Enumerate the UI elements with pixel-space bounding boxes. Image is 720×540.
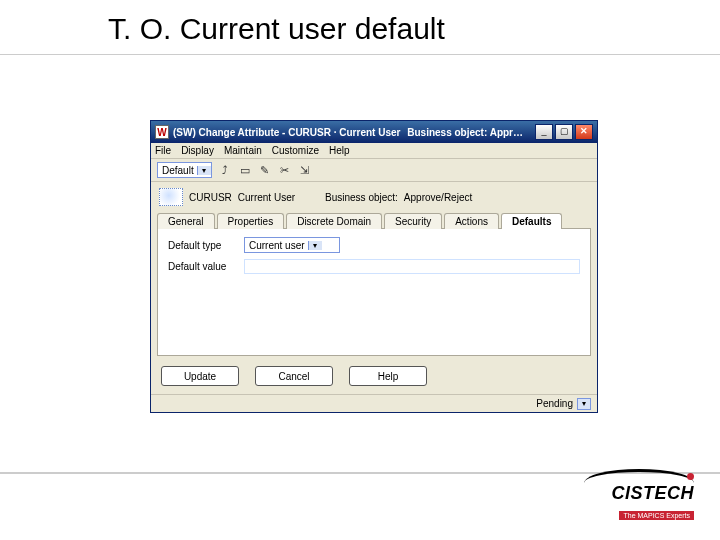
bo-value: Approve/Reject bbox=[404, 192, 472, 203]
view-dropdown[interactable]: Default ▾ bbox=[157, 162, 212, 178]
chevron-down-icon: ▾ bbox=[308, 241, 322, 250]
menu-help[interactable]: Help bbox=[329, 145, 350, 156]
close-button[interactable]: ✕ bbox=[575, 124, 593, 140]
tab-general[interactable]: General bbox=[157, 213, 215, 229]
cut-icon[interactable]: ✂ bbox=[278, 163, 292, 177]
window-title-extra: Business object: Appr… bbox=[407, 127, 523, 138]
tab-properties[interactable]: Properties bbox=[217, 213, 285, 229]
window-icon: W bbox=[155, 125, 169, 139]
tab-security[interactable]: Security bbox=[384, 213, 442, 229]
default-type-label: Default type bbox=[168, 240, 238, 251]
record-info: CURUSR Current User Business object: App… bbox=[151, 182, 597, 212]
status-bar: Pending ▾ bbox=[151, 394, 597, 412]
tab-discrete-domain[interactable]: Discrete Domain bbox=[286, 213, 382, 229]
attr-code: CURUSR bbox=[189, 192, 232, 203]
minimize-button[interactable]: _ bbox=[535, 124, 553, 140]
attribute-icon bbox=[159, 188, 183, 206]
toolbar: Default ▾ ⤴ ▭ ✎ ✂ ⇲ bbox=[151, 159, 597, 182]
app-window: W (SW) Change Attribute - CURUSR · Curre… bbox=[150, 120, 598, 413]
tab-defaults[interactable]: Defaults bbox=[501, 213, 562, 229]
chevron-down-icon: ▾ bbox=[197, 166, 211, 175]
update-button[interactable]: Update bbox=[161, 366, 239, 386]
menu-customize[interactable]: Customize bbox=[272, 145, 319, 156]
logo-word: CISTECH bbox=[584, 483, 694, 504]
button-row: Update Cancel Help bbox=[151, 356, 597, 394]
menu-display[interactable]: Display bbox=[181, 145, 214, 156]
logo-arc-icon bbox=[584, 469, 694, 483]
default-type-dropdown[interactable]: Current user ▾ bbox=[244, 237, 340, 253]
logo-dot-icon bbox=[687, 473, 694, 480]
status-text: Pending bbox=[536, 398, 573, 409]
menu-maintain[interactable]: Maintain bbox=[224, 145, 262, 156]
default-value-input[interactable] bbox=[244, 259, 580, 274]
view-dropdown-value: Default bbox=[162, 165, 194, 176]
company-logo: CISTECH The MAPICS Experts bbox=[584, 469, 694, 522]
tab-actions[interactable]: Actions bbox=[444, 213, 499, 229]
slide-title: T. O. Current user default bbox=[0, 0, 720, 55]
help-button[interactable]: Help bbox=[349, 366, 427, 386]
defaults-panel: Default type Current user ▾ Default valu… bbox=[157, 228, 591, 356]
link-icon[interactable]: ⇲ bbox=[298, 163, 312, 177]
attr-desc: Current User bbox=[238, 192, 295, 203]
default-type-value: Current user bbox=[249, 240, 305, 251]
default-value-label: Default value bbox=[168, 261, 238, 272]
tab-strip: General Properties Discrete Domain Secur… bbox=[151, 212, 597, 228]
bo-label: Business object: bbox=[325, 192, 398, 203]
chevron-down-icon[interactable]: ▾ bbox=[577, 398, 591, 410]
logo-tagline: The MAPICS Experts bbox=[619, 511, 694, 520]
blank-icon[interactable]: ▭ bbox=[238, 163, 252, 177]
window-title: (SW) Change Attribute - CURUSR · Current… bbox=[173, 127, 407, 138]
window-titlebar: W (SW) Change Attribute - CURUSR · Curre… bbox=[151, 121, 597, 143]
cancel-button[interactable]: Cancel bbox=[255, 366, 333, 386]
menubar: File Display Maintain Customize Help bbox=[151, 143, 597, 159]
edit-icon[interactable]: ✎ bbox=[258, 163, 272, 177]
open-icon[interactable]: ⤴ bbox=[218, 163, 232, 177]
menu-file[interactable]: File bbox=[155, 145, 171, 156]
maximize-button[interactable]: ▢ bbox=[555, 124, 573, 140]
